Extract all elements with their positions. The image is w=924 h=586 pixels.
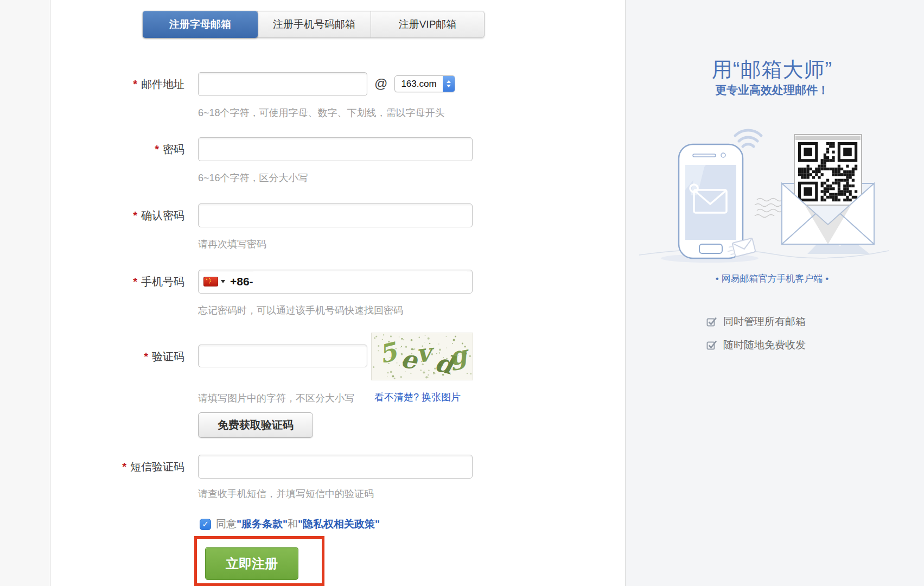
required-asterisk: * <box>144 351 148 362</box>
country-code-dropdown[interactable] <box>203 277 225 286</box>
email-label: *邮件地址 <box>49 77 184 92</box>
get-captcha-code-button[interactable]: 免费获取验证码 <box>198 412 313 438</box>
mobile-input-group: +86- <box>198 270 473 294</box>
email-hint: 6~18个字符，可使用字母、数字、下划线，需以字母开头 <box>198 106 445 119</box>
promo-title: 用“邮箱大师” <box>626 56 919 84</box>
captcha-image[interactable]: 5evdg <box>371 333 473 380</box>
phone-prefix: +86- <box>230 275 253 288</box>
feature-text: 同时管理所有邮箱 <box>723 315 806 329</box>
feature-list: 同时管理所有邮箱 随时随地免费收发 <box>706 315 806 352</box>
feature-item: 随时随地免费收发 <box>706 338 806 352</box>
chevron-down-icon <box>221 280 225 283</box>
domain-select[interactable]: 163.com <box>394 75 455 92</box>
mobile-input[interactable] <box>253 271 467 292</box>
at-sign: @ <box>374 76 387 91</box>
required-asterisk: * <box>133 276 137 288</box>
sms-code-input[interactable] <box>198 455 473 479</box>
agree-conjunction: 和 <box>288 517 298 531</box>
feature-item: 同时管理所有邮箱 <box>706 315 806 329</box>
promo-sidebar: 用“邮箱大师” 更专业高效处理邮件！ <box>625 0 924 586</box>
password-hint: 6~16个字符，区分大小写 <box>198 171 308 184</box>
mobile-label: *手机号码 <box>49 275 184 289</box>
tab-letter-mailbox[interactable]: 注册字母邮箱 <box>143 11 258 38</box>
sms-code-label: *短信验证码 <box>49 460 184 474</box>
sms-code-hint: 请查收手机短信，并填写短信中的验证码 <box>198 487 374 500</box>
phone-qr-illustration <box>636 118 891 272</box>
captcha-refresh-link[interactable]: 看不清楚? 换张图片 <box>374 391 461 404</box>
tab-mobile-number-mailbox[interactable]: 注册手机号码邮箱 <box>257 11 371 37</box>
mobile-hint: 忘记密码时，可以通过该手机号码快速找回密码 <box>198 304 403 317</box>
captcha-label: *验证码 <box>49 349 184 364</box>
password-label: *密码 <box>49 142 184 157</box>
privacy-link[interactable]: "隐私权相关政策" <box>298 517 380 531</box>
confirm-password-label: *确认密码 <box>49 208 184 223</box>
required-asterisk: * <box>133 78 137 90</box>
official-client-caption: • 网易邮箱官方手机客户端 • <box>626 272 919 285</box>
registration-page: 注册字母邮箱 注册手机号码邮箱 注册VIP邮箱 *邮件地址 @ 163.com … <box>0 0 924 586</box>
required-asterisk: * <box>122 461 126 473</box>
china-flag-icon <box>203 277 218 286</box>
svg-text:v: v <box>415 337 436 368</box>
required-asterisk: * <box>155 143 159 155</box>
left-gutter <box>0 0 50 586</box>
required-asterisk: * <box>133 209 137 221</box>
captcha-input[interactable] <box>198 345 367 367</box>
select-stepper-icon <box>443 76 455 92</box>
captcha-hint: 请填写图片中的字符，不区分大小写 <box>198 392 354 405</box>
feature-check-icon <box>706 316 718 328</box>
terms-link[interactable]: "服务条款" <box>237 517 288 531</box>
svg-text:5: 5 <box>376 336 402 370</box>
password-input[interactable] <box>198 137 473 161</box>
agree-checkbox[interactable]: ✓ <box>200 519 211 530</box>
feature-check-icon <box>706 339 718 351</box>
svg-text:g: g <box>447 339 473 372</box>
check-icon: ✓ <box>202 519 209 529</box>
promo-subtitle: 更专业高效处理邮件！ <box>626 82 919 98</box>
agree-row: ✓ 同意"服务条款"和"隐私权相关政策" <box>200 517 380 531</box>
agree-prefix: 同意 <box>216 517 237 531</box>
confirm-password-hint: 请再次填写密码 <box>198 238 266 251</box>
tab-vip-mailbox[interactable]: 注册VIP邮箱 <box>371 11 484 37</box>
confirm-password-input[interactable] <box>198 203 473 227</box>
register-tab-bar: 注册字母邮箱 注册手机号码邮箱 注册VIP邮箱 <box>143 11 485 38</box>
email-input[interactable] <box>198 72 367 96</box>
register-now-button[interactable]: 立即注册 <box>205 547 298 580</box>
feature-text: 随时随地免费收发 <box>723 338 806 352</box>
domain-select-value: 163.com <box>395 79 443 90</box>
